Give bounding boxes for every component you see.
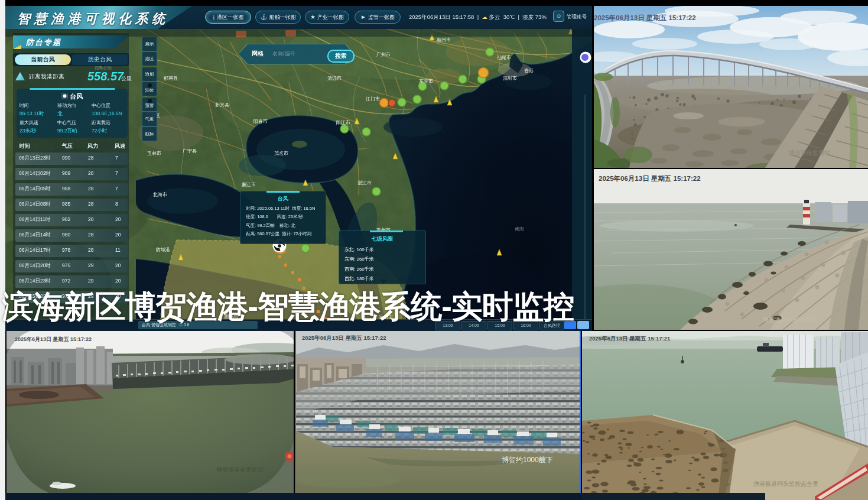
svg-text:深圳市: 深圳市 bbox=[503, 76, 517, 81]
svg-text:江门市: 江门市 bbox=[365, 96, 380, 102]
svg-text:香港: 香港 bbox=[524, 68, 534, 73]
svg-text:新兴县: 新兴县 bbox=[215, 102, 229, 108]
svg-text:博贺约1000艘下: 博贺约1000艘下 bbox=[502, 456, 553, 464]
svg-text:湛江市: 湛江市 bbox=[357, 180, 372, 186]
svg-text:玉林市: 玉林市 bbox=[147, 151, 161, 156]
svg-text:2025年06月13日 星期五 15:17:22: 2025年06月13日 星期五 15:17:22 bbox=[594, 14, 696, 21]
svg-text:广州市: 广州市 bbox=[376, 52, 391, 57]
svg-text:阳春市: 阳春市 bbox=[253, 119, 268, 124]
svg-text:2025年06月13日 星期五 15:17:22: 2025年06月13日 星期五 15:17:22 bbox=[302, 335, 386, 341]
svg-text:南海: 南海 bbox=[515, 226, 524, 232]
svg-text:清远市: 清远市 bbox=[327, 76, 342, 81]
svg-text:茂名市: 茂名市 bbox=[274, 151, 288, 156]
svg-text:博贺渔港防波堤监控: 博贺渔港防波堤监控 bbox=[762, 316, 816, 323]
svg-text:东莞市: 东莞市 bbox=[419, 79, 433, 84]
svg-text:2025年6月13日 星期五 15:17:21: 2025年6月13日 星期五 15:17:21 bbox=[589, 335, 671, 342]
svg-text:广宁县: 广宁县 bbox=[183, 148, 197, 154]
svg-text:郁南县: 郁南县 bbox=[164, 76, 178, 81]
svg-text:阳江市: 阳江市 bbox=[336, 120, 350, 125]
svg-text:博贺环保监测站: 博贺环保监测站 bbox=[788, 150, 830, 156]
svg-text:渔港航道码头监控点全景: 渔港航道码头监控点全景 bbox=[753, 480, 818, 487]
svg-text:惠州市: 惠州市 bbox=[436, 37, 451, 43]
svg-text:北海市: 北海市 bbox=[152, 192, 167, 197]
svg-text:博贺渔港全景监控: 博贺渔港全景监控 bbox=[216, 466, 264, 473]
svg-text:防城港: 防城港 bbox=[156, 247, 170, 252]
svg-text:廉江市: 廉江市 bbox=[242, 182, 256, 187]
svg-text:汕尾市: 汕尾市 bbox=[497, 55, 511, 60]
svg-text:2025年06月13日 星期五 15:17:22: 2025年06月13日 星期五 15:17:22 bbox=[599, 175, 701, 182]
svg-text:2025年6月13日 星期五 15:17:22: 2025年6月13日 星期五 15:17:22 bbox=[15, 336, 92, 342]
